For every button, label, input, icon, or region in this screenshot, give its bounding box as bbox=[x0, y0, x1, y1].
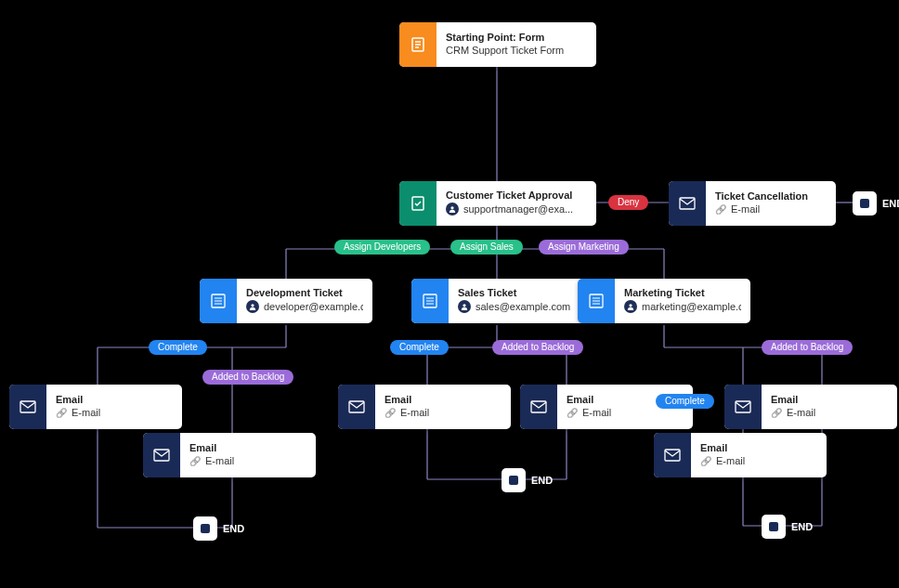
node-subtitle: E-mail bbox=[700, 455, 817, 466]
svg-rect-27 bbox=[736, 401, 750, 412]
end-node: END bbox=[853, 191, 899, 216]
node-development-ticket[interactable]: Development Ticket developer@example.c..… bbox=[200, 279, 372, 323]
envelope-icon bbox=[143, 433, 180, 477]
end-label: END bbox=[531, 475, 553, 486]
node-subtitle: E-mail bbox=[189, 455, 306, 466]
form-icon bbox=[399, 22, 436, 67]
node-ticket-cancellation[interactable]: Ticket Cancellation E-mail bbox=[669, 181, 836, 226]
list-icon bbox=[200, 279, 237, 323]
end-node: END bbox=[502, 468, 553, 492]
node-subtitle: E-mail bbox=[771, 407, 888, 418]
avatar-icon bbox=[624, 300, 637, 313]
node-title: Ticket Cancellation bbox=[715, 190, 827, 202]
node-marketing-ticket[interactable]: Marketing Ticket marketing@example.c... bbox=[578, 279, 750, 323]
envelope-icon bbox=[724, 385, 762, 429]
svg-point-11 bbox=[251, 304, 254, 307]
node-title: Development Ticket bbox=[246, 287, 363, 298]
node-email[interactable]: Email E-mail bbox=[143, 433, 316, 477]
node-subtitle: sales@example.com bbox=[458, 300, 575, 313]
pill-assign-sales[interactable]: Assign Sales bbox=[450, 240, 523, 255]
pill-complete[interactable]: Complete bbox=[390, 340, 449, 355]
node-title: Customer Ticket Approval bbox=[446, 189, 587, 201]
list-icon bbox=[411, 279, 449, 323]
approval-icon bbox=[399, 181, 436, 226]
list-icon bbox=[578, 279, 615, 323]
svg-rect-26 bbox=[665, 450, 680, 461]
envelope-icon bbox=[654, 433, 691, 477]
svg-rect-22 bbox=[20, 401, 35, 412]
node-title: Email bbox=[189, 442, 306, 453]
end-node: END bbox=[193, 516, 244, 541]
node-title: Email bbox=[56, 394, 173, 405]
avatar-icon bbox=[458, 300, 471, 313]
link-icon bbox=[715, 203, 726, 215]
link-icon bbox=[567, 407, 578, 418]
stop-icon bbox=[193, 516, 217, 541]
link-icon bbox=[700, 455, 711, 466]
pill-deny[interactable]: Deny bbox=[608, 195, 648, 210]
end-node: END bbox=[762, 515, 813, 539]
node-subtitle: developer@example.c... bbox=[246, 300, 363, 313]
node-email[interactable]: Email E-mail bbox=[724, 385, 897, 429]
envelope-icon bbox=[669, 181, 706, 226]
node-subtitle: E-mail bbox=[384, 407, 502, 418]
pill-assign-marketing[interactable]: Assign Marketing bbox=[539, 240, 629, 255]
stop-icon bbox=[853, 191, 877, 216]
node-subtitle: CRM Support Ticket Form bbox=[446, 45, 587, 56]
avatar-icon bbox=[246, 300, 259, 313]
node-title: Marketing Ticket bbox=[624, 287, 741, 298]
node-email[interactable]: Email E-mail bbox=[9, 385, 182, 429]
node-email[interactable]: Email E-mail bbox=[654, 433, 827, 477]
pill-complete[interactable]: Complete bbox=[149, 340, 207, 355]
node-title: Email bbox=[771, 394, 888, 405]
end-label: END bbox=[791, 521, 813, 532]
node-title: Sales Ticket bbox=[458, 287, 575, 298]
node-subtitle: supportmanager@exa... bbox=[446, 203, 587, 216]
node-title: Email bbox=[700, 442, 817, 453]
node-title: Starting Point: Form bbox=[446, 32, 587, 43]
pill-complete[interactable]: Complete bbox=[656, 394, 714, 409]
node-subtitle: marketing@example.c... bbox=[624, 300, 741, 313]
pill-added-to-backlog[interactable]: Added to Backlog bbox=[762, 340, 853, 355]
node-starting-point[interactable]: Starting Point: Form CRM Support Ticket … bbox=[399, 22, 596, 67]
stop-icon bbox=[502, 468, 526, 492]
link-icon bbox=[189, 455, 201, 466]
node-subtitle: E-mail bbox=[56, 407, 173, 418]
end-label: END bbox=[882, 198, 899, 209]
stop-icon bbox=[762, 515, 786, 539]
link-icon bbox=[384, 407, 396, 418]
envelope-icon bbox=[338, 385, 375, 429]
link-icon bbox=[56, 407, 67, 418]
envelope-icon bbox=[520, 385, 557, 429]
node-customer-approval[interactable]: Customer Ticket Approval supportmanager@… bbox=[399, 181, 596, 226]
node-title: Email bbox=[384, 394, 502, 405]
end-label: END bbox=[223, 523, 244, 534]
pill-added-to-backlog[interactable]: Added to Backlog bbox=[492, 340, 583, 355]
envelope-icon bbox=[9, 385, 46, 429]
svg-rect-23 bbox=[154, 450, 169, 461]
node-subtitle: E-mail bbox=[715, 203, 827, 215]
pill-added-to-backlog[interactable]: Added to Backlog bbox=[202, 370, 293, 385]
node-email[interactable]: Email E-mail bbox=[338, 385, 511, 429]
node-sales-ticket[interactable]: Sales Ticket sales@example.com bbox=[411, 279, 584, 323]
svg-point-21 bbox=[629, 304, 632, 307]
avatar-icon bbox=[446, 203, 459, 216]
link-icon bbox=[771, 407, 782, 418]
svg-point-5 bbox=[450, 206, 453, 209]
svg-rect-24 bbox=[349, 401, 364, 412]
svg-rect-6 bbox=[680, 198, 695, 209]
svg-point-16 bbox=[463, 304, 465, 307]
svg-rect-25 bbox=[531, 401, 546, 412]
pill-assign-developers[interactable]: Assign Developers bbox=[334, 240, 430, 255]
